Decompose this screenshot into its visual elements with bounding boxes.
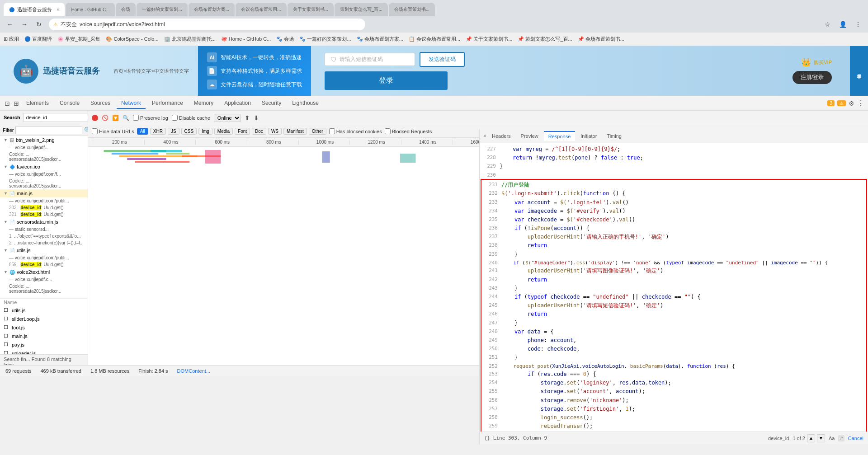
list-item[interactable]: ☐tool.js bbox=[0, 323, 88, 332]
tab-huichang[interactable]: 会场 bbox=[116, 3, 136, 16]
filter-button[interactable]: 🔽 bbox=[112, 115, 119, 121]
login-button[interactable]: 登录 bbox=[325, 71, 448, 90]
file-sensor2: 2 ...nstance=function(e){var t=();t=l... bbox=[0, 239, 88, 246]
filter-input[interactable] bbox=[15, 126, 82, 134]
tab-security[interactable]: Security bbox=[257, 98, 286, 109]
bookmark-github[interactable]: 🐙 Home - GitHub C... bbox=[221, 36, 271, 42]
tab-console[interactable]: Console bbox=[55, 98, 84, 109]
list-item[interactable]: ▼ 🌐 voice2text.html bbox=[0, 268, 88, 276]
hide-data-urls-checkbox[interactable] bbox=[92, 128, 98, 134]
clear-button[interactable]: 🚫 bbox=[102, 115, 108, 121]
filter-icon[interactable]: 🔍 bbox=[84, 127, 88, 134]
reload-button[interactable]: ↻ bbox=[33, 18, 45, 31]
upload-button[interactable]: ⬆ bbox=[245, 114, 250, 122]
tab-huiyi[interactable]: 会议会场布置常用... bbox=[236, 3, 286, 16]
list-item-highlighted[interactable]: ▼ 📄 main.js bbox=[0, 189, 88, 197]
record-button[interactable] bbox=[92, 115, 98, 121]
tab-performance[interactable]: Performance bbox=[147, 98, 188, 109]
tab-elements[interactable]: Elements bbox=[22, 98, 53, 109]
filter-ws[interactable]: WS bbox=[268, 128, 282, 135]
bookmark-wenchuang[interactable]: 🐾 一篇好的文案策划... bbox=[299, 36, 351, 42]
filter-img[interactable]: Img bbox=[198, 128, 212, 135]
code-line: 227 var myreg = /^[1][0-9][0-9]{9}$/; bbox=[480, 145, 868, 154]
tab-application[interactable]: Application bbox=[220, 98, 255, 109]
tab-github[interactable]: Home - GitHub C... bbox=[66, 3, 115, 16]
tab-sources[interactable]: Sources bbox=[86, 98, 115, 109]
bookmark-baidu[interactable]: 🔵 百度翻译 bbox=[24, 36, 52, 42]
throttle-select[interactable]: Online bbox=[214, 114, 241, 122]
tab-network[interactable]: Network bbox=[117, 98, 146, 109]
download-button[interactable]: ⬇ bbox=[254, 114, 259, 122]
tab-lighthouse[interactable]: Lighthouse bbox=[288, 98, 323, 109]
blocked-requests-checkbox[interactable] bbox=[385, 128, 391, 134]
filter-all[interactable]: All bbox=[137, 128, 148, 135]
list-item[interactable]: ☐silderLoop.js bbox=[0, 314, 88, 323]
tab-memory[interactable]: Memory bbox=[189, 98, 218, 109]
search-button[interactable]: 🔍 bbox=[123, 115, 129, 121]
more-button[interactable]: ⋮ bbox=[852, 18, 864, 31]
list-item[interactable]: ▼ 📄 sensorsdata.min.js bbox=[0, 218, 88, 226]
file-list[interactable]: ▼ 🖼 btn_weixin_2.png — voice.xunjiepdf..… bbox=[0, 136, 88, 354]
bookmark-colorspace[interactable]: 🎨 ColorSpace - Colo... bbox=[106, 36, 158, 42]
filter-manifest[interactable]: Manifest bbox=[283, 128, 307, 135]
initiator-tab[interactable]: Initiator bbox=[576, 131, 601, 141]
file-detail-voice2text: — voice.xunjiepdf.c... bbox=[0, 276, 88, 283]
filter-font[interactable]: Font bbox=[235, 128, 250, 135]
svg-rect-1 bbox=[112, 153, 159, 155]
bookmark-zaoanjieqi[interactable]: 🌸 早安_花期_采集 bbox=[57, 36, 100, 42]
devtools-dock-button[interactable]: ⊡ bbox=[4, 100, 11, 107]
filter-js[interactable]: JS bbox=[168, 128, 179, 135]
preserve-log-checkbox[interactable] bbox=[133, 115, 139, 121]
bookmark-beijing[interactable]: 🏢 北京德易堂湖商托... bbox=[164, 36, 216, 42]
bookmark-button[interactable]: ☆ bbox=[821, 18, 834, 31]
response-tab[interactable]: Response bbox=[544, 131, 576, 141]
tab-huichang2[interactable]: 会场布置划方案... bbox=[189, 3, 235, 16]
has-blocked-cookies-checkbox[interactable] bbox=[329, 128, 335, 134]
tab-cehua2[interactable]: 会场布置策划书... bbox=[389, 3, 435, 16]
vip-btn[interactable]: 购买VIP bbox=[814, 59, 832, 66]
filter-css[interactable]: CSS bbox=[181, 128, 197, 135]
code-line: 247 } bbox=[481, 319, 866, 328]
close-panel-button[interactable]: × bbox=[483, 133, 486, 139]
list-item[interactable]: ☐utils.js bbox=[0, 306, 88, 314]
search-input[interactable] bbox=[23, 113, 88, 122]
filter-other[interactable]: Other bbox=[309, 128, 326, 135]
list-item[interactable]: ▼ 🖼 btn_weixin_2.png bbox=[0, 136, 88, 144]
filter-xhr[interactable]: XHR bbox=[150, 128, 166, 135]
disable-cache-checkbox[interactable] bbox=[172, 115, 178, 121]
bookmark-guanyu[interactable]: 📌 关于文案策划书... bbox=[466, 36, 512, 42]
bookmark-cehua2[interactable]: 📌 会场布置策划书... bbox=[578, 36, 624, 42]
tab-wenchuang2[interactable]: 关于文案策划书... bbox=[288, 3, 334, 16]
filter-media[interactable]: Media bbox=[214, 128, 233, 135]
profile-button[interactable]: 👤 bbox=[836, 18, 849, 31]
list-item[interactable]: ☐main.js bbox=[0, 332, 88, 340]
settings-icon[interactable]: ⚙ bbox=[849, 100, 854, 107]
tab-wenchuang[interactable]: 一篇好的文案策划... bbox=[137, 3, 187, 16]
code-line: 236 if (!isPone(account)) { bbox=[481, 224, 866, 233]
list-item[interactable]: ☐uploader.js bbox=[0, 349, 88, 354]
filter-doc[interactable]: Doc bbox=[252, 128, 266, 135]
list-item[interactable]: ▼ 🔷 favicon.ico bbox=[0, 163, 88, 171]
list-item[interactable]: ☐pay.js bbox=[0, 340, 88, 349]
bookmark-cehuawen[interactable]: 📌 策划文案怎么写_百... bbox=[518, 36, 572, 42]
bookmark-huiyi[interactable]: 📋 会议会场布置常用... bbox=[409, 36, 460, 42]
back-button[interactable]: ← bbox=[4, 18, 16, 31]
bookmark-apps[interactable]: ⊞ 应用 bbox=[4, 36, 19, 42]
verify-button[interactable]: 发送验证码 bbox=[420, 52, 465, 67]
address-bar[interactable]: ⚠ 不安全 voice.xunjiepdf.com/voice2text.htm… bbox=[49, 19, 365, 30]
dom-content[interactable]: DOMContent... bbox=[177, 368, 210, 374]
devtools-cursor-button[interactable]: ⊞ bbox=[13, 100, 20, 107]
active-tab[interactable]: 🔵 迅捷语音云服务 × bbox=[4, 3, 65, 16]
timing-tab[interactable]: Timing bbox=[602, 131, 626, 141]
more-options-icon[interactable]: ⋮ bbox=[857, 99, 864, 108]
tab-cehua[interactable]: 策划文案怎么写_百... bbox=[335, 3, 388, 16]
live-support-button[interactable]: 在线客服 bbox=[850, 46, 868, 96]
preview-tab[interactable]: Preview bbox=[516, 131, 543, 141]
list-item[interactable]: ▼ 📄 utils.js bbox=[0, 246, 88, 254]
bookmark-huichang2[interactable]: 🐾 会场布置划方案... bbox=[357, 36, 403, 42]
bookmark-huichang[interactable]: 🐾 会场 bbox=[276, 36, 294, 42]
file-name: favicon.ico bbox=[17, 164, 84, 169]
register-button[interactable]: 注册/登录 bbox=[793, 71, 832, 84]
forward-button[interactable]: → bbox=[18, 18, 31, 31]
headers-tab[interactable]: Headers bbox=[487, 131, 515, 141]
